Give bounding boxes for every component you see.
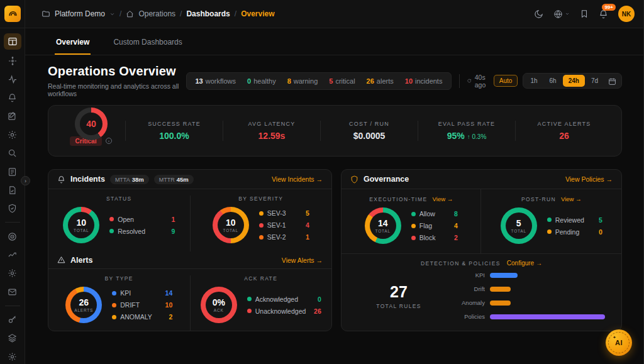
bar-kpi: KPI — [446, 272, 605, 279]
sidebar-item-edit[interactable] — [4, 109, 21, 123]
notification-badge: 99+ — [602, 4, 616, 11]
legend-kpi: KPI14 — [112, 289, 172, 297]
sidebar-item-file-check[interactable] — [4, 183, 21, 197]
time-range-group: 1h 6h 24h 7d — [523, 73, 622, 89]
stat-healthy: 0healthy — [247, 77, 276, 85]
stat-alerts: 26alerts — [367, 77, 394, 85]
alerts-by-type-chart: BY TYPE 26ALERTS KPI14 DRIFT10 ANOMALY2 — [48, 275, 191, 331]
tab-custom-dashboards[interactable]: Custom Dashboards — [112, 31, 183, 55]
alerts-triangle-icon — [57, 256, 65, 264]
range-6h[interactable]: 6h — [544, 75, 562, 87]
view-incidents-link[interactable]: View Incidents → — [272, 175, 323, 183]
health-gauge: 40 — [75, 108, 108, 140]
breadcrumb-page[interactable]: Dashboards — [186, 9, 230, 18]
tab-bar: Overview Custom Dashboards — [25, 28, 643, 55]
main-content: Overview Custom Dashboards Operations Ov… — [25, 28, 643, 364]
sidebar-expand-chevron[interactable]: › — [21, 176, 30, 185]
stat-workflows: 13workflows — [196, 77, 236, 85]
breadcrumb-section[interactable]: Operations — [138, 9, 175, 18]
sparkle-icon: ✦ — [613, 335, 616, 340]
stat-incidents: 10incidents — [405, 77, 443, 85]
sidebar-item-workflow[interactable] — [4, 53, 21, 68]
sidebar-divider — [5, 306, 20, 306]
language-globe-icon[interactable] — [553, 9, 570, 19]
sidebar-item-layers[interactable] — [4, 331, 21, 345]
status-donut: 10TOTAL — [63, 207, 99, 243]
incidents-panel: Incidents MTTA38m MTTR45m View Incidents… — [48, 169, 332, 331]
chevron-down-icon[interactable] — [109, 11, 115, 17]
theme-toggle-moon-icon[interactable] — [534, 9, 543, 19]
total-rules: 27 TOTAL RULES — [352, 283, 446, 309]
by-type-donut: 26ALERTS — [65, 287, 102, 323]
sidebar-item-activity[interactable] — [4, 72, 21, 87]
workflow-stats-bar: 13workflows 0healthy 8warning 5critical … — [186, 72, 452, 90]
sidebar-item-reports[interactable] — [4, 164, 21, 179]
fab-dashed-ring — [608, 332, 630, 353]
folder-icon — [42, 9, 50, 18]
legend-sev3: SEV-35 — [259, 209, 309, 217]
sidebar-item-key[interactable] — [4, 312, 21, 327]
breadcrumb-separator: / — [180, 9, 182, 18]
ack-donut: 0%ACK — [201, 287, 237, 323]
sidebar-item-gear[interactable] — [4, 266, 21, 280]
sidebar-item-mail[interactable] — [4, 284, 21, 299]
legend-open: Open1 — [109, 216, 175, 223]
view-policies-link[interactable]: View Policies → — [565, 175, 613, 183]
governance-panel: Governance View Policies → EXECUTION-TIM… — [341, 169, 622, 331]
configure-link[interactable]: Configure → — [507, 260, 542, 267]
sidebar-item-alerts-bell[interactable] — [4, 91, 21, 105]
ack-rate-chart: ACK RATE 0%ACK Acknowledged0 Unacknowled… — [191, 275, 332, 331]
breadcrumb-separator: / — [235, 9, 236, 18]
alerts-title: Alerts — [70, 256, 92, 265]
post-run-donut: 5TOTAL — [501, 207, 537, 244]
logo-wave-icon — [4, 6, 21, 22]
range-7d[interactable]: 7d — [586, 75, 604, 87]
sidebar-item-evals-sun[interactable] — [4, 128, 21, 142]
metric-success-rate: SUCCESS RATE 100.0% — [125, 121, 223, 141]
view-alerts-link[interactable]: View Alerts → — [282, 256, 323, 264]
left-sidebar — [0, 28, 25, 364]
time-controls: 40s ago Auto 1h 6h 24h 7d — [467, 73, 622, 89]
metric-eval-pass-rate: EVAL PASS RATE 95%↑ 0.3% — [418, 121, 515, 141]
range-1h[interactable]: 1h — [525, 75, 543, 87]
incident-severity-chart: BY SEVERITY 10TOTAL SEV-35 SEV-14 SEV-21 — [191, 196, 332, 251]
tab-overview[interactable]: Overview — [55, 31, 91, 55]
app-logo[interactable] — [0, 0, 25, 28]
legend-flag: Flag4 — [411, 222, 458, 229]
bookmark-icon[interactable] — [580, 9, 589, 18]
sidebar-item-search[interactable] — [4, 146, 21, 160]
sidebar-item-dashboard[interactable] — [4, 33, 21, 50]
sidebar-item-chart[interactable] — [4, 248, 21, 262]
sidebar-item-settings[interactable] — [4, 350, 21, 364]
post-run-chart: POST-RUNView → 5TOTAL Reviewed5 Pending0 — [481, 189, 621, 253]
post-run-view-link[interactable]: View → — [561, 196, 582, 202]
ai-assistant-button[interactable]: ✦ AI — [606, 329, 632, 356]
execution-view-link[interactable]: View → — [433, 196, 453, 202]
divider — [459, 74, 460, 88]
metric-delta: ↑ 0.3% — [467, 133, 487, 140]
metric-cost-per-run: COST / RUN $0.0005 — [320, 121, 418, 141]
metric-active-alerts: ACTIVE ALERTS 26 — [515, 121, 613, 141]
refresh-status[interactable]: 40s ago — [467, 74, 489, 89]
notifications-bell-icon[interactable]: 99+ — [599, 9, 608, 19]
bar-policies: Policies — [446, 313, 605, 320]
severity-donut: 10TOTAL — [213, 207, 249, 243]
sidebar-item-target[interactable] — [4, 229, 21, 243]
page-title: Operations Overview — [48, 64, 186, 79]
legend-unacknowledged: Unacknowledged26 — [247, 307, 321, 315]
breadcrumb: Platform Demo / Operations / Dashboards … — [42, 9, 275, 18]
legend-reviewed: Reviewed5 — [547, 216, 602, 224]
breadcrumb-project[interactable]: Platform Demo — [55, 9, 105, 18]
calendar-icon[interactable] — [604, 75, 620, 87]
bar-anomaly: Anomaly — [446, 299, 605, 306]
auto-refresh-button[interactable]: Auto — [494, 75, 518, 87]
stat-critical: 5critical — [329, 77, 355, 85]
refresh-icon — [467, 77, 471, 84]
top-header: Platform Demo / Operations / Dashboards … — [0, 0, 643, 28]
range-24h[interactable]: 24h — [563, 75, 585, 87]
stat-warning: 8warning — [287, 77, 318, 85]
user-avatar[interactable]: NK — [618, 6, 635, 22]
sidebar-item-shield[interactable] — [4, 201, 21, 216]
legend-sev2: SEV-21 — [259, 233, 309, 241]
kpi-summary-card: 40 Critical SUCCESS RATE 100.0% AVG LATE… — [48, 105, 622, 157]
